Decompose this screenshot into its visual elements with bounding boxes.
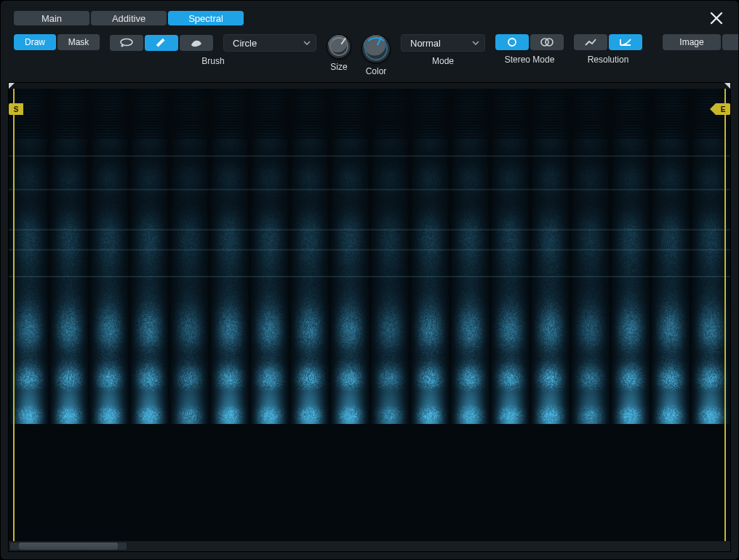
- brush-shape-select[interactable]: Circle: [223, 34, 316, 52]
- lasso-icon: [119, 38, 134, 48]
- mode-select[interactable]: Normal: [401, 34, 485, 52]
- svg-point-4: [508, 39, 516, 46]
- pencil-tool[interactable]: [145, 35, 178, 51]
- scroll-thumb[interactable]: [19, 543, 118, 550]
- resolution-label: Resolution: [588, 55, 629, 65]
- tab-spectral[interactable]: Spectral: [168, 11, 244, 25]
- linear-curve-icon: [584, 37, 597, 47]
- mode-label: Mode: [432, 56, 454, 66]
- tab-bar: Main Additive Spectral: [14, 11, 738, 25]
- svg-point-2: [121, 39, 132, 46]
- close-icon: [709, 11, 724, 25]
- draw-button[interactable]: Draw: [14, 34, 56, 50]
- pencil-icon: [155, 38, 168, 48]
- svg-point-3: [121, 44, 123, 47]
- tab-additive[interactable]: Additive: [91, 11, 167, 25]
- end-marker-flag[interactable]: E: [716, 103, 730, 115]
- stereo-linked-button[interactable]: [530, 34, 564, 50]
- color-knob[interactable]: [361, 34, 391, 63]
- size-label: Size: [330, 62, 347, 72]
- size-group: Size: [327, 34, 351, 72]
- toolbar: Draw Mask: [1, 30, 738, 79]
- chevron-down-icon: [303, 39, 311, 47]
- size-knob[interactable]: [327, 34, 351, 59]
- linked-circles-icon: [540, 37, 554, 47]
- scroll-cap-left[interactable]: [10, 543, 19, 550]
- brush-group: Circle Brush: [110, 34, 316, 66]
- ruler-end-handle[interactable]: [724, 83, 730, 89]
- brush-label: Brush: [201, 56, 224, 66]
- color-group: Color: [361, 34, 391, 76]
- stereo-mono-button[interactable]: [495, 34, 529, 50]
- spectral-editor-window: Main Additive Spectral Draw Mask: [0, 0, 739, 560]
- ruler-start-handle[interactable]: [9, 83, 15, 89]
- log-curve-icon: [619, 37, 632, 47]
- lasso-tool[interactable]: [110, 35, 143, 51]
- smudge-icon: [189, 38, 204, 48]
- circle-icon: [506, 37, 518, 47]
- color-label: Color: [366, 66, 387, 76]
- svg-point-6: [546, 39, 553, 46]
- close-button[interactable]: [709, 11, 724, 25]
- spectrogram-canvas[interactable]: S E: [9, 89, 730, 541]
- time-ruler[interactable]: [9, 83, 730, 89]
- mode-group: Normal Mode: [401, 34, 485, 66]
- resolution-log-button[interactable]: [609, 34, 642, 50]
- end-marker-line[interactable]: [723, 89, 726, 541]
- image-button[interactable]: Image: [663, 34, 721, 50]
- brush-shape-value: Circle: [233, 38, 257, 49]
- smudge-tool[interactable]: [180, 35, 213, 51]
- spectrogram-panel: S E: [8, 82, 731, 552]
- start-marker-line[interactable]: [13, 89, 16, 541]
- start-marker-flag[interactable]: S: [9, 103, 23, 115]
- stereo-mode-group: Stereo Mode: [495, 34, 564, 65]
- resolution-group: Resolution: [574, 34, 642, 65]
- tool-mode-group: Draw Mask: [14, 34, 100, 50]
- mask-button[interactable]: Mask: [57, 34, 100, 50]
- clear-button[interactable]: Clear: [722, 34, 739, 50]
- stereo-mode-label: Stereo Mode: [505, 55, 555, 65]
- scroll-cap-right[interactable]: [118, 543, 127, 550]
- resolution-linear-button[interactable]: [574, 34, 607, 50]
- mode-value: Normal: [410, 38, 441, 49]
- horizontal-scrollbar[interactable]: [9, 541, 730, 551]
- tab-main[interactable]: Main: [14, 11, 89, 25]
- chevron-down-icon: [471, 39, 480, 47]
